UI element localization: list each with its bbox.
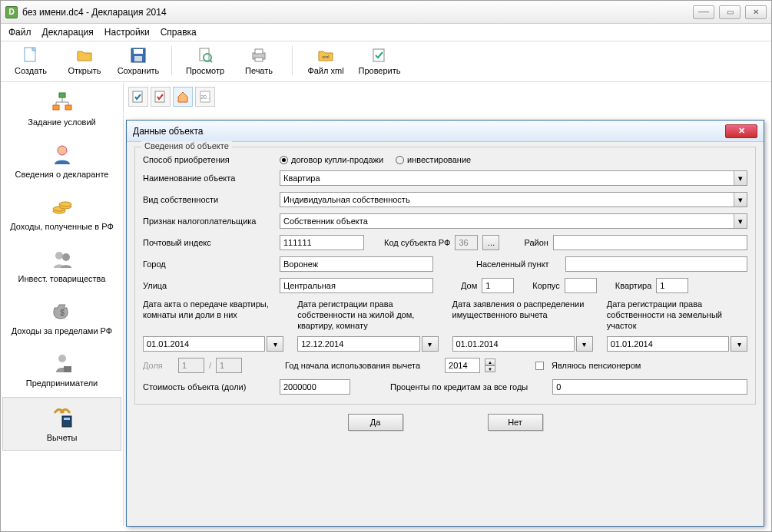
tree-icon — [50, 90, 75, 114]
region-code-input — [455, 235, 478, 250]
svg-rect-11 — [373, 49, 384, 61]
person-icon — [50, 142, 75, 167]
sidebar-item-conditions[interactable]: Задание условий — [1, 82, 123, 134]
cancel-button[interactable]: Нет — [488, 414, 543, 431]
date-picker-button[interactable]: ▾ — [576, 336, 593, 352]
cost-input[interactable] — [280, 379, 350, 395]
svg-rect-13 — [53, 105, 59, 110]
dialog-title: Данные объекта — [133, 126, 203, 137]
street-input[interactable] — [280, 278, 433, 293]
mini-toolbar: 20.. — [128, 87, 215, 107]
mini-btn-3[interactable] — [173, 87, 193, 107]
sidebar-item-income[interactable]: Доходы, полученные в РФ — [1, 187, 123, 239]
xml-icon: xml — [316, 46, 335, 64]
acquisition-label: Способ приобретения — [143, 155, 275, 164]
svg-rect-28 — [64, 366, 71, 372]
district-input[interactable] — [553, 235, 747, 250]
taxpayer-combo[interactable]: Собственник объекта▾ — [280, 213, 747, 229]
region-lookup-button[interactable]: … — [482, 235, 499, 250]
year-label: Год начала использования вычета — [285, 361, 420, 370]
minimize-button[interactable]: ── — [693, 5, 714, 19]
save-button[interactable]: Сохранить — [113, 45, 164, 77]
calculator-icon — [50, 405, 75, 430]
sidebar-item-declarant[interactable]: Сведения о декларанте — [1, 134, 123, 187]
interest-input[interactable] — [552, 379, 747, 395]
svg-text:$: $ — [60, 309, 65, 317]
new-file-icon — [22, 46, 40, 64]
locality-input[interactable] — [565, 256, 747, 272]
svg-point-24 — [55, 252, 63, 259]
locality-label: Населенный пункт — [476, 259, 561, 269]
create-button[interactable]: Создать — [5, 45, 56, 77]
date-picker-button[interactable]: ▾ — [422, 336, 439, 352]
date-act-input[interactable] — [143, 336, 265, 352]
mini-btn-1[interactable] — [128, 87, 148, 107]
preview-icon — [196, 46, 214, 64]
year-spinner[interactable]: ▲▼ — [485, 359, 495, 372]
print-icon — [250, 46, 268, 64]
apt-label: Квартира — [615, 281, 652, 290]
dialog-close-button[interactable]: ✕ — [725, 124, 757, 138]
ownership-combo[interactable]: Индивидуальная собственность▾ — [280, 192, 747, 207]
date-reg-label: Дата регистрации права собственности на … — [297, 299, 438, 332]
house-label: Дом — [461, 281, 477, 290]
menu-settings[interactable]: Настройки — [104, 27, 150, 38]
sidebar-item-abroad[interactable]: $ Доходы за пределами РФ — [1, 291, 123, 343]
sidebar-item-deductions[interactable]: Вычеты — [2, 397, 121, 451]
chevron-down-icon: ▾ — [734, 171, 747, 185]
apt-input[interactable] — [656, 278, 688, 293]
svg-point-27 — [58, 355, 66, 362]
open-folder-icon — [75, 46, 94, 64]
mini-btn-2[interactable] — [151, 87, 171, 107]
block-input[interactable] — [565, 278, 597, 293]
radio-purchase[interactable]: договор купли-продажи — [280, 155, 383, 164]
sidebar-item-business[interactable]: Предприниматели — [1, 343, 123, 395]
print-button[interactable]: Печать — [234, 45, 284, 77]
check-button[interactable]: Проверить — [354, 45, 405, 77]
svg-rect-9 — [255, 58, 263, 61]
region-code-label: Код субъекта РФ — [384, 238, 450, 247]
date-picker-button[interactable]: ▾ — [267, 336, 283, 352]
menu-declaration[interactable]: Декларация — [42, 27, 94, 38]
mini-btn-4[interactable]: 20.. — [195, 87, 215, 107]
people-icon — [50, 246, 75, 271]
date-claim-input[interactable] — [452, 336, 575, 352]
postal-input[interactable] — [280, 235, 364, 250]
menu-help[interactable]: Справка — [161, 27, 197, 38]
ok-button[interactable]: Да — [348, 414, 403, 431]
street-label: Улица — [143, 281, 275, 290]
dialog-titlebar: Данные объекта ✕ — [127, 121, 764, 142]
city-input[interactable] — [280, 256, 433, 272]
date-reg-input[interactable] — [297, 336, 419, 352]
sidebar-item-invest[interactable]: Инвест. товарищества — [1, 239, 123, 291]
menubar: Файл Декларация Настройки Справка — [1, 24, 771, 41]
cost-label: Стоимость объекта (доли) — [143, 382, 275, 392]
preview-button[interactable]: Просмотр — [180, 45, 230, 77]
xml-button[interactable]: xml Файл xml — [300, 45, 351, 77]
name-label: Наименование объекта — [143, 173, 275, 183]
coins-icon — [50, 194, 75, 219]
district-label: Район — [524, 238, 548, 247]
close-button[interactable]: ✕ — [745, 5, 767, 19]
name-combo[interactable]: Квартира▾ — [280, 170, 747, 186]
svg-rect-2 — [134, 49, 143, 54]
date-land-input[interactable] — [607, 336, 729, 352]
year-input[interactable] — [445, 358, 480, 373]
date-claim-label: Дата заявления о распределении имуществе… — [452, 299, 593, 332]
share-num-input — [178, 358, 204, 373]
titlebar: D без имени.dc4 - Декларация 2014 ── ▭ ✕ — [1, 1, 771, 24]
date-land-label: Дата регистрации права собственности на … — [607, 299, 747, 332]
pensioner-checkbox[interactable] — [535, 362, 544, 370]
chevron-down-icon: ▾ — [734, 193, 747, 207]
interest-label: Проценты по кредитам за все годы — [390, 382, 528, 392]
house-input[interactable] — [482, 278, 514, 293]
maximize-button[interactable]: ▭ — [719, 5, 741, 19]
date-picker-button[interactable]: ▾ — [731, 336, 747, 352]
open-button[interactable]: Открыть — [59, 45, 110, 77]
svg-rect-3 — [134, 56, 142, 61]
svg-rect-32 — [155, 91, 164, 102]
radio-invest[interactable]: инвестирование — [396, 155, 471, 164]
menu-file[interactable]: Файл — [8, 27, 31, 38]
svg-rect-30 — [64, 418, 70, 420]
postal-label: Почтовый индекс — [143, 238, 275, 247]
